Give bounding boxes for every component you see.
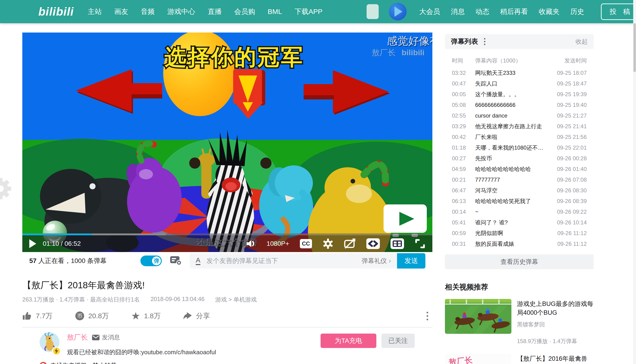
web-fullscreen-icon[interactable] [366,238,380,249]
danmaku-row[interactable]: 02:55 cursor dance 09-25 21:27 [445,110,594,121]
danmaku-etiquette-link[interactable]: 弹幕礼仪› [362,257,391,265]
danmaku-input[interactable] [206,257,362,264]
svg-text:币: 币 [77,313,82,319]
play-button[interactable] [29,239,36,248]
danmaku-row[interactable]: 00:21 77777777 09-26 07:08 [445,174,594,185]
danmaku-overlay-top: 感觉好像有 [387,34,432,48]
avatar-play-icon [394,6,402,17]
nav-link[interactable]: 会员购 [234,7,255,16]
nav-link[interactable]: 主站 [88,7,102,16]
subtitles-icon[interactable]: CC [300,239,312,248]
nav-link[interactable]: 画友 [114,7,128,16]
uploader-name[interactable]: 敖厂长 [67,333,88,342]
send-message-link[interactable]: 发消息 [92,333,120,342]
danmaku-row[interactable]: 04:59 哈哈哈哈哈哈哈哈哈哈 09-26 01:40 [445,164,594,174]
danmaku-list-header: 弹幕列表 收起 [445,34,594,49]
bilibili-logo[interactable]: bilibili [38,5,74,18]
nav-link[interactable]: 下载APP [295,7,322,16]
charge-button[interactable]: 为TA充电 [321,334,376,348]
danmaku-send-bar: 57 人正在看，1000 条弹幕 弹 A 弹幕礼仪› 发送 [22,252,432,270]
nav-link[interactable]: 音频 [141,7,155,16]
video-title: 【敖厂长】2018年最禽兽游戏! [22,279,432,292]
danmaku-row[interactable]: 00:05 这个播放量。。。 09-25 19:39 [445,89,594,100]
related-video-item[interactable]: 敖厂长 ♂ 【敖厂长】2016年最禽兽游戏 [445,354,594,364]
user-link[interactable]: 消息 [451,7,465,16]
danmaku-toggle-knob: 弹 [152,256,161,265]
action-row: 7.7万 币 20.8万 ★ 1.8万 分享 [22,311,432,321]
user-avatar[interactable] [389,3,407,20]
share-button[interactable]: 分享 [183,311,210,321]
watermark-site: bilibili [402,48,424,57]
more-options-icon[interactable] [427,312,428,320]
watermark-name: 敖厂长 [372,48,396,57]
related-thumbnail-horse-race[interactable] [445,299,511,334]
danmaku-row[interactable]: 00:27 先投币 09-26 00:28 [445,153,594,164]
fullscreen-icon[interactable] [415,238,425,249]
send-danmaku-button[interactable]: 发送 [397,253,425,268]
category-breadcrumb[interactable]: 游戏 > 单机游戏 [215,296,257,303]
video-player[interactable]: 选择你的冠军 [22,32,432,252]
like-button[interactable]: 7.7万 [22,311,53,321]
search-box[interactable] [367,4,379,19]
user-link[interactable]: 历史 [570,7,584,16]
related-video-stats: 158.9万播放 · 1.4万弹幕 [517,338,594,345]
upload-button[interactable]: 投 稿 [601,4,636,20]
uploader-section: 敖厂长 发消息 观看已经被和谐的囧的呼唤:youtube.com/c/hawka… [22,332,432,356]
danmaku-row[interactable]: 06:13 哈哈哈哈哈哈笑死我了 09-26 08:39 [445,196,594,206]
nav-link[interactable]: 直播 [208,7,222,16]
danmaku-settings-icon[interactable] [170,255,182,266]
volume-icon[interactable] [246,239,256,248]
page-settings-gear-icon[interactable] [0,178,11,200]
user-link[interactable]: 收藏夹 [539,7,559,16]
danmaku-row[interactable]: 05:41 谁问了？ 谁? 09-26 10:14 [445,217,594,228]
danmaku-row[interactable]: 00:14 ~ 09-26 09:22 [445,206,594,217]
danmaku-row[interactable]: 00:42 厂长来啦 09-25 21:56 [445,132,594,142]
video-frame: 选择你的冠军 [22,32,432,252]
related-video-item[interactable]: 游戏史上BUG最多的游戏每局4000个BUG 黑镖客梦回 158.9万播放 · … [445,299,594,345]
scrollbar-thumb[interactable] [633,23,636,72]
danmaku-row[interactable]: 00:47 失踪人口 09-25 18:47 [445,78,594,89]
widescreen-icon[interactable] [390,238,404,249]
user-link[interactable]: 稍后再看 [500,7,528,16]
danmaku-row[interactable]: 06:47 河马浮空 09-26 08:30 [445,185,594,196]
quality-selector[interactable]: 1080P+ [267,240,289,248]
danmaku-row[interactable]: 05:08 6666666666666 09-25 19:40 [445,100,594,110]
favorite-button[interactable]: ★ 1.8万 [131,311,161,321]
publish-time: 2018-09-06 13:04:46 [151,296,205,303]
thumb-up-icon [22,311,32,320]
copyright-notice: 未经作者授权，禁止转载 [22,362,432,364]
danmaku-row[interactable]: 01:18 天哪，看来我的1080还不了... 09-25 22:01 [445,142,594,153]
danmaku-off-icon[interactable] [344,238,356,249]
related-video-title[interactable]: 【敖厂长】2016年最禽兽游戏 [517,354,594,364]
related-video-title[interactable]: 游戏史上BUG最多的游戏每局4000个BUG [517,300,594,317]
related-video-uploader: 黑镖客梦回 [517,321,594,328]
followed-button[interactable]: 已关注 [381,334,415,348]
progress-bar[interactable] [22,234,432,235]
uploader-description: 观看已经被和谐的囧的呼唤:youtube.com/c/hawkaoaoful [67,348,216,356]
collapse-button[interactable]: 收起 [575,38,588,46]
danmaku-input-wrap[interactable]: A 弹幕礼仪› [190,253,397,268]
danmaku-row[interactable]: 00:31 敖的反面看成婊 09-26 11:12 [445,238,594,249]
danmaku-column-headers: 时间 弹幕内容（1000） 发送时间 [445,57,594,64]
user-link[interactable]: 大会员 [419,7,440,16]
sort-options-icon[interactable] [484,38,485,45]
nav-link[interactable]: BML [268,8,282,16]
danmaku-row[interactable]: 03:32 网坛鹅天王2333 09-25 18:07 [445,68,594,78]
page-scrollbar[interactable] [633,0,636,364]
view-history-danmaku-button[interactable]: 查看历史弹幕 [445,254,594,269]
player-settings-icon[interactable] [323,238,333,249]
time-display: 01:10 / 06:52 [43,240,81,248]
danmaku-toggle[interactable]: 弹 [140,256,162,266]
related-thumbnail-sketch[interactable]: 敖厂长 ♂ [445,354,511,364]
danmaku-row[interactable]: 03:29 他无视这摩擦力在路上行走 09-25 21:41 [445,121,594,132]
danmaku-row[interactable]: 00:59 光阴似箭啊 09-26 11:12 [445,228,594,238]
video-meta: 263.1万播放 · 1.4万弹幕 · 最高全站日排行1名 2018-09-06… [22,296,432,303]
share-icon [183,312,192,320]
viewer-count: 57 人正在看，1000 条弹幕 [29,256,140,265]
font-style-icon[interactable]: A [196,257,200,265]
user-links: 大会员消息动态稍后再看收藏夹历史 [419,7,584,16]
nav-link[interactable]: 游戏中心 [167,7,195,16]
coin-button[interactable]: 币 20.8万 [75,311,109,321]
user-link[interactable]: 动态 [475,7,489,16]
video-stats: 263.1万播放 · 1.4万弹幕 · 最高全站日排行1名 [22,296,140,303]
